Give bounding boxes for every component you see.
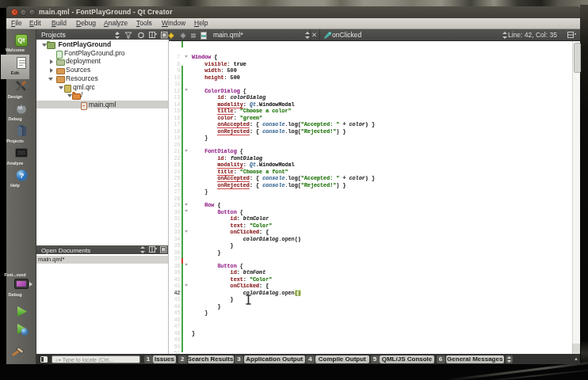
svg-text:?: ? [20,172,25,180]
